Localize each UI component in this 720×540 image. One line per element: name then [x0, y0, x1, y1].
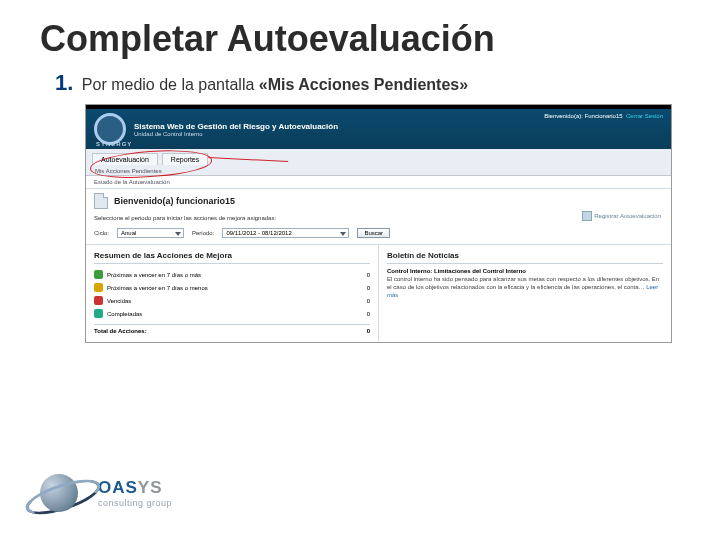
footer-sub: consulting group	[98, 498, 172, 508]
summary-row-3: Vencidas 0	[94, 294, 370, 307]
summary-value-1: 0	[367, 272, 370, 278]
system-subtitle: Unidad de Control Interno	[134, 131, 338, 137]
total-label: Total de Acciones:	[94, 328, 147, 334]
summary-total-row: Total de Acciones: 0	[94, 324, 370, 336]
brand-name: SYNERGY	[96, 141, 132, 147]
news-item-title: Control Interno: Limitaciones del Contro…	[387, 268, 663, 274]
embedded-screenshot: Sistema Web de Gestión del Riesgo y Auto…	[85, 104, 672, 343]
ciclo-label: Ciclo:	[94, 230, 109, 236]
status-red-icon	[94, 296, 103, 305]
breadcrumb: Estado de la Autoevaluación	[86, 176, 671, 189]
summary-panel: Resumen de las Acciones de Mejora Próxim…	[86, 245, 378, 342]
footer-logo: OASYS consulting group	[30, 464, 172, 522]
register-icon	[582, 211, 592, 221]
welcome-row: Bienvenido(a) funcionario15	[86, 189, 671, 211]
filter-row: Ciclo: Anual Periodo: 09/11/2012 - 08/12…	[86, 225, 671, 245]
news-panel: Boletín de Noticias Control Interno: Lim…	[378, 245, 671, 342]
app-header: Sistema Web de Gestión del Riesgo y Auto…	[86, 109, 671, 149]
tab-autoevaluacion[interactable]: Autoevaluación	[92, 153, 158, 165]
step-line: 1. Por medio de la pantalla «Mis Accione…	[55, 70, 720, 96]
ciclo-select[interactable]: Anual	[117, 228, 184, 238]
status-check-icon	[94, 309, 103, 318]
footer-brand: OASYS	[98, 478, 172, 498]
summary-value-4: 0	[367, 311, 370, 317]
summary-row-1: Próximas a vencer en 7 días o más 0	[94, 268, 370, 281]
slide-title: Completar Autoevaluación	[40, 18, 720, 60]
summary-row-2: Próximas a vencer en 7 días o menos 0	[94, 281, 370, 294]
instruction-row: Seleccione el periodo para iniciar las a…	[86, 211, 671, 225]
main-content: Resumen de las Acciones de Mejora Próxim…	[86, 245, 671, 342]
tab-bar: Autoevaluación Reportes Mis Acciones Pen…	[86, 149, 671, 176]
summary-value-3: 0	[367, 298, 370, 304]
periodo-label: Periodo:	[192, 230, 214, 236]
summary-heading: Resumen de las Acciones de Mejora	[94, 251, 370, 264]
summary-value-2: 0	[367, 285, 370, 291]
welcome-heading: Bienvenido(a) funcionario15	[114, 196, 235, 206]
welcome-user: Bienvenido(a): Funcionario15	[544, 113, 622, 119]
planet-icon	[30, 464, 88, 522]
periodo-select[interactable]: 09/11/2012 - 08/12/2012	[222, 228, 349, 238]
status-yellow-icon	[94, 283, 103, 292]
news-heading: Boletín de Noticias	[387, 251, 663, 264]
step-number: 1.	[55, 70, 73, 95]
step-emphasis: «Mis Acciones Pendientes»	[259, 76, 468, 93]
buscar-button[interactable]: Buscar	[357, 228, 390, 238]
summary-row-4: Completadas 0	[94, 307, 370, 320]
document-icon	[94, 193, 108, 209]
total-value: 0	[367, 328, 370, 334]
register-link[interactable]: Registrar Autoevaluación	[582, 211, 661, 221]
tab-subitem[interactable]: Mis Acciones Pendientes	[92, 167, 665, 175]
tab-reportes[interactable]: Reportes	[162, 153, 208, 165]
status-green-icon	[94, 270, 103, 279]
header-right: Bienvenido(a): Funcionario15 Cerrar Sesi…	[544, 113, 663, 119]
logout-link[interactable]: Cerrar Sesión	[626, 113, 663, 119]
news-item-body: El control interno ha sido pensado para …	[387, 276, 663, 299]
instruction-text: Seleccione el periodo para iniciar las a…	[94, 215, 276, 221]
step-prefix: Por medio de la pantalla	[82, 76, 259, 93]
system-title: Sistema Web de Gestión del Riesgo y Auto…	[134, 122, 338, 131]
